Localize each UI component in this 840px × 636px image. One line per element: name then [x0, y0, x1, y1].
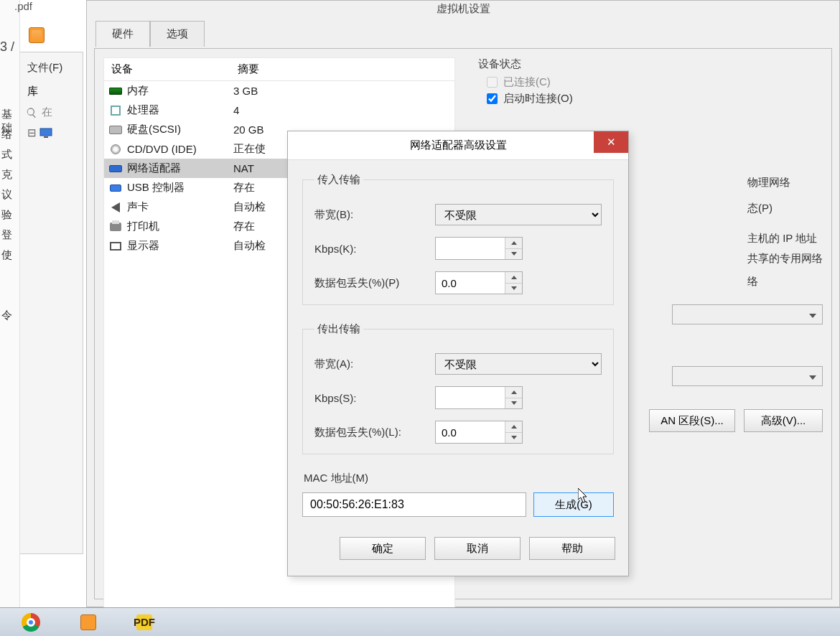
ghost-text: 物理网络 — [736, 172, 823, 192]
device-label: 网络适配器 — [127, 162, 230, 175]
library-tree-item[interactable]: ⊟ — [20, 125, 83, 141]
incoming-group: 传入传输 带宽(B): 不受限 Kbps(K): 数据包丢失(%)(P) — [302, 173, 614, 305]
vmware-taskbar-icon[interactable] — [80, 614, 96, 630]
ghost-text: 态(P) — [736, 198, 823, 218]
cancel-button[interactable]: 取消 — [434, 537, 521, 560]
kbps-in-input[interactable] — [436, 238, 505, 259]
disp-icon — [108, 240, 123, 252]
device-label: 打印机 — [127, 220, 230, 233]
window-title: 虚拟机设置 — [87, 1, 839, 21]
vmware-icon — [29, 27, 45, 43]
page-indicator: 3 / — [0, 39, 14, 55]
packetloss-in-spinner[interactable] — [435, 271, 523, 294]
device-label: 处理器 — [127, 103, 230, 117]
device-summary: 3 GB — [230, 85, 454, 97]
packetloss-out-label: 数据包丢失(%)(L): — [314, 426, 435, 439]
spinner-down-icon[interactable] — [505, 398, 522, 409]
search-placeholder: 在 — [42, 106, 52, 119]
device-row-mem[interactable]: 内存3 GB — [104, 81, 454, 100]
net-icon — [108, 163, 123, 174]
monitor-icon — [39, 128, 52, 138]
hdd-icon — [108, 124, 123, 136]
mac-address-label: MAC 地址(M) — [302, 472, 614, 485]
kbps-out-label: Kbps(S): — [314, 392, 435, 404]
kbps-in-label: Kbps(K): — [314, 243, 435, 255]
spinner-down-icon[interactable] — [505, 249, 522, 260]
packetloss-in-label: 数据包丢失(%)(P) — [314, 276, 435, 290]
advanced-button[interactable]: 高级(V)... — [744, 409, 823, 432]
file-menu[interactable]: 文件(F) — [20, 55, 83, 80]
help-button[interactable]: 帮助 — [529, 537, 615, 560]
outgoing-group: 传出传输 带宽(A): 不受限 Kbps(S): 数据包丢失(%)(L) — [302, 322, 614, 454]
mem-icon — [108, 85, 123, 97]
close-button[interactable]: ✕ — [594, 131, 628, 153]
lan-segments-button[interactable]: AN 区段(S)... — [649, 409, 735, 432]
connected-checkbox: 已连接(C) — [475, 74, 823, 90]
ghost-text: 络 — [736, 271, 823, 291]
bandwidth-in-select[interactable]: 不受限 — [435, 204, 602, 225]
packetloss-out-input[interactable] — [436, 421, 505, 443]
device-settings-panel: 设备状态 已连接(C) 启动时连接(O) 物理网络 态(P) 主机的 IP 地址… — [475, 57, 823, 107]
advanced-settings-dialog: 网络适配器高级设置 ✕ 传入传输 带宽(B): 不受限 Kbps(K): — [287, 131, 629, 576]
snd-icon — [108, 202, 123, 213]
outgoing-legend: 传出传输 — [314, 322, 363, 336]
bandwidth-out-select[interactable]: 不受限 — [435, 353, 602, 375]
device-row-cpu[interactable]: 处理器4 — [104, 100, 454, 120]
lan-segment-dropdown[interactable] — [672, 366, 823, 386]
bandwidth-in-label: 带宽(B): — [314, 208, 435, 222]
packetloss-in-input[interactable] — [436, 272, 505, 294]
connect-on-power-checkbox[interactable]: 启动时连接(O) — [475, 90, 823, 107]
kbps-out-spinner[interactable] — [435, 386, 523, 409]
spinner-down-icon[interactable] — [505, 284, 522, 294]
kbps-in-spinner[interactable] — [435, 237, 523, 260]
col-device: 设备 — [104, 58, 230, 80]
ghost-text: 共享的专用网络 — [736, 248, 823, 268]
library-search[interactable]: 在 — [20, 103, 83, 125]
library-panel: 文件(F) 库 在 ⊟ — [20, 52, 83, 554]
packetloss-out-spinner[interactable] — [435, 421, 523, 444]
spinner-up-icon[interactable] — [505, 387, 522, 398]
bandwidth-out-label: 带宽(A): — [314, 357, 435, 371]
device-summary: 4 — [230, 104, 454, 116]
pdf-taskbar-icon[interactable]: PDF — [136, 614, 152, 630]
search-icon — [26, 107, 37, 118]
spinner-up-icon[interactable] — [505, 238, 522, 249]
device-label: CD/DVD (IDE) — [127, 143, 230, 155]
network-dropdown[interactable] — [672, 304, 823, 324]
ok-button[interactable]: 确定 — [340, 537, 426, 560]
svg-rect-1 — [44, 136, 48, 138]
device-label: 声卡 — [127, 200, 230, 214]
incoming-legend: 传入传输 — [314, 173, 363, 187]
svg-rect-0 — [40, 128, 52, 136]
device-label: 内存 — [127, 84, 230, 98]
device-list-header: 设备 摘要 — [104, 58, 454, 81]
mac-address-input[interactable] — [302, 492, 526, 517]
generate-button[interactable]: 生成(G) — [533, 492, 614, 517]
device-label: 显示器 — [127, 239, 230, 253]
device-state-label: 设备状态 — [475, 57, 823, 71]
chrome-icon[interactable] — [22, 613, 40, 632]
tab-hardware[interactable]: 硬件 — [95, 21, 150, 47]
cd-icon — [108, 144, 123, 155]
taskbar[interactable]: PDF — [0, 607, 840, 636]
ghost-text: 主机的 IP 地址 — [736, 228, 823, 248]
tab-options[interactable]: 选项 — [150, 21, 205, 47]
mac-address-section: MAC 地址(M) 生成(G) — [302, 472, 614, 517]
kbps-out-input[interactable] — [436, 387, 505, 408]
library-label: 库 — [20, 80, 83, 103]
ide-left-gutter: 基础 络 式 克 议 验 登 使 令 — [0, 0, 20, 607]
spinner-up-icon[interactable] — [505, 421, 522, 433]
cpu-icon — [108, 105, 123, 116]
close-icon: ✕ — [607, 136, 616, 149]
usb-icon — [108, 182, 123, 194]
prn-icon — [108, 221, 123, 233]
dialog-title: 网络适配器高级设置 ✕ — [288, 131, 628, 160]
spinner-up-icon[interactable] — [505, 272, 522, 284]
col-summary: 摘要 — [230, 58, 454, 80]
device-label: 硬盘(SCSI) — [127, 123, 230, 136]
device-label: USB 控制器 — [127, 181, 230, 195]
spinner-down-icon[interactable] — [505, 433, 522, 444]
tab-ext-label: .pdf — [14, 0, 32, 12]
